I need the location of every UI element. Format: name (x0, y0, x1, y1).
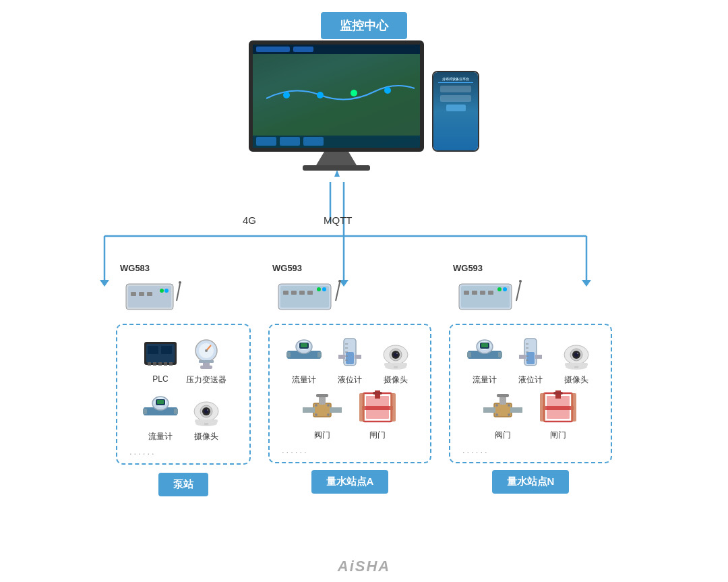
device-valve-n: 阀门 (482, 390, 524, 441)
svg-marker-5 (100, 280, 109, 287)
svg-point-154 (508, 404, 510, 407)
svg-point-155 (495, 413, 498, 416)
device-plc: PLC (140, 334, 181, 386)
svg-point-71 (338, 280, 341, 283)
device-gate-a: 闸门 (357, 390, 398, 441)
svg-rect-66 (283, 291, 289, 295)
svg-rect-28 (147, 292, 152, 296)
monitor-base (303, 165, 370, 171)
svg-point-156 (508, 413, 510, 416)
monitor-center-label: 监控中心 (321, 12, 407, 39)
protocol-4g: 4G (243, 214, 256, 226)
svg-rect-97 (384, 363, 407, 366)
svg-point-16 (384, 87, 391, 94)
device-pressure: 压力变送器 (185, 334, 227, 386)
svg-rect-161 (553, 392, 563, 395)
device-flow-pump: 流量计 (140, 391, 181, 442)
device-flow-a: 流量计 (283, 334, 325, 386)
svg-marker-10 (334, 170, 340, 177)
device-camera-a: 摄像头 (375, 334, 417, 386)
monitor-screen (249, 40, 424, 152)
svg-rect-109 (362, 406, 393, 410)
svg-rect-39 (158, 362, 162, 366)
svg-rect-163 (571, 393, 576, 421)
svg-rect-37 (148, 362, 151, 366)
device-level-a: 液位计 (329, 334, 371, 386)
svg-rect-41 (169, 362, 173, 366)
watermark: AiSHA (338, 558, 390, 575)
svg-rect-27 (139, 292, 144, 296)
svg-rect-150 (510, 407, 522, 413)
svg-rect-22 (256, 47, 290, 52)
svg-point-105 (315, 413, 317, 416)
svg-point-30 (179, 281, 181, 284)
svg-rect-152 (497, 394, 509, 397)
flow-station-a-box: 流量计 (268, 324, 431, 463)
svg-point-104 (327, 404, 330, 407)
svg-rect-78 (301, 343, 307, 347)
svg-point-121 (519, 280, 522, 283)
svg-rect-129 (467, 352, 471, 357)
flow-station-n-box: 流量计 (449, 324, 612, 463)
svg-rect-139 (535, 355, 542, 359)
gateway-wg583-icon (123, 277, 190, 317)
device-flow-n: 流量计 (464, 334, 506, 386)
svg-rect-26 (131, 292, 136, 296)
svg-rect-69 (307, 291, 313, 295)
device-gate-n: 闸门 (537, 390, 579, 441)
pump-station-box: PLC (116, 324, 251, 465)
svg-rect-67 (291, 291, 297, 295)
svg-rect-63 (195, 419, 218, 423)
svg-rect-40 (164, 362, 167, 366)
svg-rect-138 (519, 355, 526, 359)
svg-rect-113 (390, 393, 396, 421)
station-n-more-dots: ...... (458, 445, 489, 455)
svg-rect-35 (148, 346, 158, 354)
svg-rect-130 (498, 352, 502, 357)
svg-point-73 (322, 287, 326, 291)
svg-rect-116 (464, 291, 469, 295)
svg-point-15 (351, 90, 357, 96)
svg-line-29 (177, 284, 180, 301)
svg-rect-68 (299, 291, 305, 295)
svg-point-13 (283, 92, 290, 98)
svg-rect-117 (472, 291, 477, 295)
computer-monitor (249, 40, 424, 171)
svg-rect-99 (303, 407, 315, 413)
gateway-label-wg593-n: WG593 (453, 263, 483, 273)
device-camera-n: 摄像头 (555, 334, 597, 386)
svg-point-106 (327, 413, 330, 416)
svg-rect-18 (256, 137, 276, 146)
station-a-more-dots: ...... (278, 445, 309, 455)
svg-rect-53 (157, 400, 164, 404)
pump-station-column: WG583 (116, 263, 251, 496)
svg-rect-47 (200, 366, 212, 369)
svg-point-103 (315, 404, 317, 407)
svg-rect-79 (286, 352, 291, 357)
flow-station-n-column: WG593 (449, 263, 612, 494)
svg-line-70 (336, 283, 340, 301)
device-level-n: 液位计 (510, 334, 551, 386)
svg-rect-100 (330, 407, 342, 413)
svg-point-96 (396, 353, 398, 354)
flow-station-a-column: WG593 (268, 263, 431, 494)
svg-point-62 (207, 409, 208, 411)
svg-rect-23 (293, 47, 313, 52)
svg-rect-112 (359, 393, 365, 421)
svg-rect-162 (540, 393, 545, 421)
svg-rect-38 (153, 362, 156, 366)
flow-station-n-label: 量水站点N (492, 470, 570, 494)
svg-rect-111 (373, 392, 382, 395)
svg-rect-80 (317, 352, 322, 357)
svg-rect-65 (280, 286, 329, 308)
svg-rect-115 (461, 286, 510, 308)
svg-rect-19 (280, 137, 300, 146)
svg-point-14 (317, 92, 324, 98)
svg-rect-147 (565, 363, 588, 366)
svg-point-32 (164, 289, 169, 293)
gateway-label-wg583: WG583 (120, 263, 150, 273)
phone-device: 分布式设备云平台 (432, 71, 479, 152)
svg-rect-12 (253, 45, 420, 148)
svg-rect-36 (161, 346, 172, 354)
svg-rect-82 (346, 352, 354, 364)
